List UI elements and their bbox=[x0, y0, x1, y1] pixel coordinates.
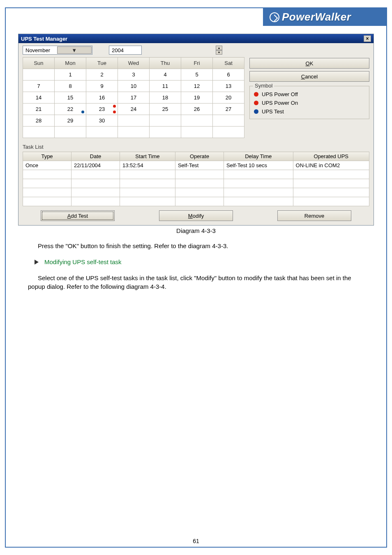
legend-power-on-icon bbox=[254, 101, 258, 105]
task-col-start: Start Time bbox=[120, 152, 175, 161]
cal-cell[interactable]: 3 bbox=[118, 69, 150, 81]
task-col-ups: Operated UPS bbox=[293, 152, 369, 161]
task-row-date: 22/11/2004 bbox=[71, 161, 120, 170]
brand-logo-text: PowerWalker bbox=[282, 11, 351, 23]
chevron-down-icon[interactable]: ▼ bbox=[57, 46, 92, 54]
ups-power-on-marker-icon bbox=[113, 111, 116, 113]
spinner-down-icon[interactable]: ▼ bbox=[216, 50, 222, 55]
add-test-button[interactable]: Add Test bbox=[41, 210, 115, 221]
cal-cell[interactable] bbox=[150, 115, 181, 127]
cal-cell[interactable]: 24 bbox=[118, 104, 150, 115]
cal-cell[interactable]: 20 bbox=[213, 92, 244, 104]
task-row[interactable] bbox=[23, 188, 369, 197]
cal-cell[interactable]: 25 bbox=[150, 104, 181, 115]
cal-cell[interactable]: 8 bbox=[55, 81, 86, 92]
task-row-delay: Self-Test 10 secs bbox=[224, 161, 293, 170]
cal-cell[interactable]: 5 bbox=[181, 69, 213, 81]
ups-test-manager-dialog: UPS Test Manager × November ▼ 2004 ▲ bbox=[18, 34, 374, 226]
legend-ups-test-label: UPS Test bbox=[262, 108, 284, 115]
cal-cell[interactable]: 11 bbox=[150, 81, 181, 92]
ok-button[interactable]: OK bbox=[249, 58, 369, 69]
cal-cell[interactable]: 1 bbox=[55, 69, 86, 81]
cal-cell[interactable]: 17 bbox=[118, 92, 150, 104]
cal-cell[interactable]: 2 bbox=[86, 69, 118, 81]
cal-cell[interactable] bbox=[181, 127, 213, 138]
cal-cell[interactable]: 23 bbox=[86, 104, 118, 115]
cal-cell[interactable]: 18 bbox=[150, 92, 181, 104]
ups-test-marker-icon bbox=[81, 111, 84, 113]
paragraph-1: Press the "OK" button to finish the sett… bbox=[28, 242, 364, 250]
task-row-operate: Self-Test bbox=[175, 161, 224, 170]
cal-cell[interactable]: 10 bbox=[118, 81, 150, 92]
brand-logo: PowerWalker bbox=[263, 8, 386, 26]
cal-header-sun: Sun bbox=[23, 58, 55, 69]
cal-cell[interactable]: 4 bbox=[150, 69, 181, 81]
cal-cell[interactable] bbox=[118, 115, 150, 127]
cal-cell[interactable]: 27 bbox=[213, 104, 244, 115]
cal-cell[interactable]: 16 bbox=[86, 92, 118, 104]
cal-cell[interactable]: 12 bbox=[181, 81, 213, 92]
task-col-date: Date bbox=[71, 152, 120, 161]
task-list-label: Task List bbox=[23, 144, 369, 150]
cal-cell[interactable] bbox=[181, 115, 213, 127]
task-row-type: Once bbox=[23, 161, 71, 170]
cal-cell[interactable]: 13 bbox=[213, 81, 244, 92]
year-input-value: 2004 bbox=[112, 47, 124, 53]
ups-power-off-marker-icon bbox=[113, 105, 116, 108]
dialog-titlebar: UPS Test Manager × bbox=[18, 34, 374, 43]
cal-cell[interactable]: 19 bbox=[181, 92, 213, 104]
task-col-operate: Operate bbox=[175, 152, 224, 161]
bullet-heading: Modifying UPS self-test task bbox=[35, 258, 364, 266]
legend-power-off-label: UPS Power Off bbox=[262, 91, 298, 97]
cal-cell[interactable]: 15 bbox=[55, 92, 86, 104]
cal-cell[interactable] bbox=[23, 127, 55, 138]
cal-cell[interactable] bbox=[86, 127, 118, 138]
cal-cell[interactable] bbox=[213, 115, 244, 127]
dialog-title-text: UPS Test Manager bbox=[21, 36, 67, 42]
brand-logo-icon bbox=[270, 12, 279, 22]
task-col-delay: Delay Time bbox=[224, 152, 293, 161]
task-row[interactable]: Once 22/11/2004 13:52:54 Self-Test Self-… bbox=[23, 161, 369, 170]
cal-cell[interactable] bbox=[213, 127, 244, 138]
cal-cell[interactable] bbox=[23, 69, 55, 81]
cal-header-thu: Thu bbox=[150, 58, 181, 69]
cal-header-sat: Sat bbox=[213, 58, 244, 69]
cal-header-tue: Tue bbox=[86, 58, 118, 69]
modify-button[interactable]: Modify bbox=[159, 210, 233, 221]
task-row-ups: ON-LINE in COM2 bbox=[293, 161, 369, 170]
month-dropdown-value: November bbox=[23, 47, 57, 53]
cal-cell[interactable]: 7 bbox=[23, 81, 55, 92]
cancel-button[interactable]: Cancel bbox=[249, 71, 369, 82]
spinner-up-icon[interactable]: ▲ bbox=[216, 46, 222, 50]
cal-cell[interactable]: 14 bbox=[23, 92, 55, 104]
task-row[interactable] bbox=[23, 197, 369, 206]
cal-cell[interactable]: 30 bbox=[86, 115, 118, 127]
cal-cell[interactable]: 9 bbox=[86, 81, 118, 92]
task-row[interactable] bbox=[23, 170, 369, 179]
cal-day-number: 23 bbox=[99, 106, 105, 112]
cal-cell[interactable] bbox=[118, 127, 150, 138]
cal-cell[interactable]: 6 bbox=[213, 69, 244, 81]
task-row[interactable] bbox=[23, 179, 369, 188]
cal-cell[interactable]: 21 bbox=[23, 104, 55, 115]
cal-header-fri: Fri bbox=[181, 58, 213, 69]
legend-ups-test-icon bbox=[254, 109, 258, 114]
cal-cell[interactable]: 22 bbox=[55, 104, 86, 115]
ok-button-rest: K bbox=[310, 60, 314, 67]
cal-cell[interactable]: 26 bbox=[181, 104, 213, 115]
close-icon[interactable]: × bbox=[364, 35, 371, 42]
month-dropdown[interactable]: November ▼ bbox=[23, 46, 92, 55]
remove-button[interactable]: Remove bbox=[277, 210, 351, 221]
year-spinner[interactable]: ▲ ▼ bbox=[216, 46, 222, 55]
task-row-start: 13:52:54 bbox=[120, 161, 175, 170]
task-list-table: Type Date Start Time Operate Delay Time … bbox=[23, 152, 369, 206]
cal-cell[interactable]: 28 bbox=[23, 115, 55, 127]
cal-cell[interactable] bbox=[55, 127, 86, 138]
arrow-right-icon bbox=[35, 260, 39, 265]
cal-cell[interactable]: 29 bbox=[55, 115, 86, 127]
year-input[interactable]: 2004 bbox=[109, 46, 142, 55]
page-number: 61 bbox=[0, 538, 392, 544]
legend-power-on-label: UPS Power On bbox=[262, 100, 298, 106]
paragraph-2: Select one of the UPS self-test tasks in… bbox=[28, 274, 364, 291]
cal-cell[interactable] bbox=[150, 127, 181, 138]
